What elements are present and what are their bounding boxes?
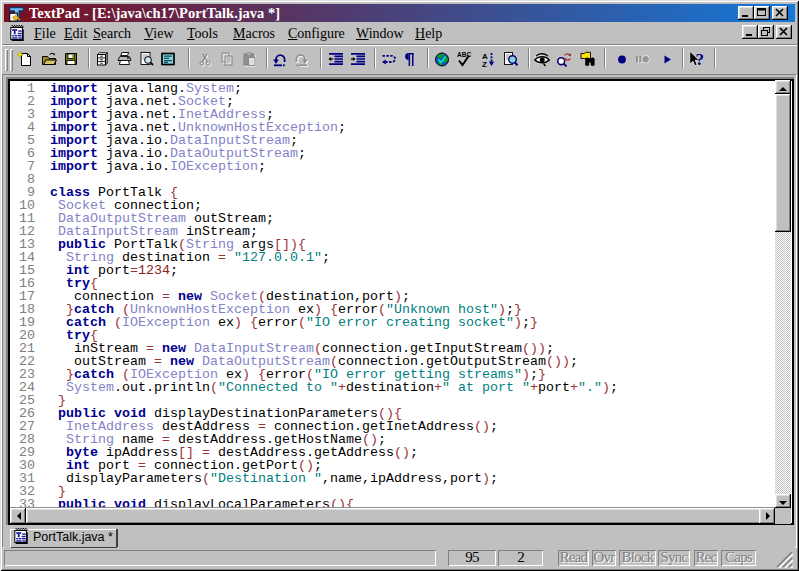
svg-text:ABC: ABC [457,51,471,58]
svg-text:?: ? [696,51,704,67]
svg-text:Z: Z [482,60,487,68]
